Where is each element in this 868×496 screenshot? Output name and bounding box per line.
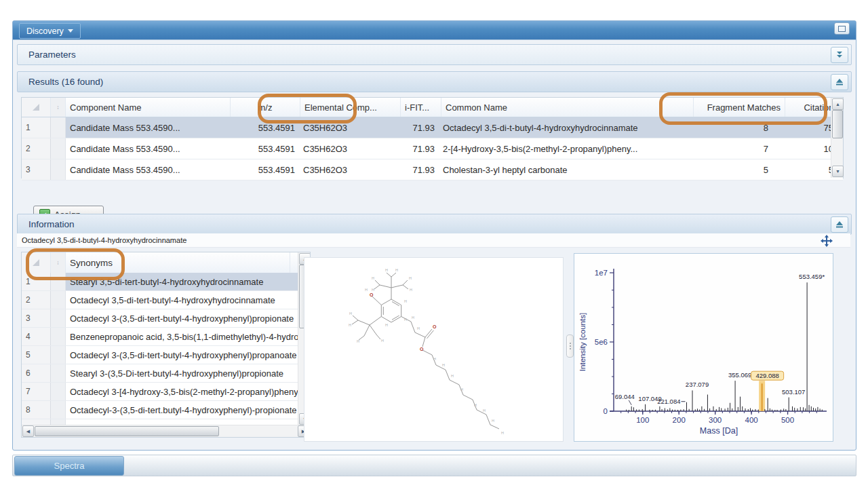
svg-text:355.069: 355.069	[728, 371, 751, 379]
svg-text:5e6: 5e6	[595, 338, 608, 346]
list-item[interactable]: 7Octadecyl 3-[4-hydroxy-3,5-bis(2-methyl…	[22, 383, 298, 401]
cell-common: Cholestan-3-yl heptyl carbonate	[439, 159, 682, 180]
col-header-ifit[interactable]: i-FIT...	[401, 98, 441, 117]
svg-text:H: H	[395, 268, 398, 272]
col-header-synonyms[interactable]: Synonyms	[66, 252, 290, 273]
svg-text:Mass [Da]: Mass [Da]	[700, 426, 738, 436]
results-vertical-scrollbar[interactable]: ▲ ▼	[831, 98, 843, 178]
svg-text:H: H	[381, 339, 384, 343]
svg-text:H: H	[409, 276, 412, 280]
synonym-text: Octadecyl 3-(3,5-di-tert-butyl-4-hydroxy…	[66, 309, 298, 327]
eject-icon	[835, 221, 844, 228]
list-item[interactable]: 8Octadecyl-3-(3,5-di-tert.butyl-4-hydrox…	[22, 401, 298, 419]
synonym-text: Stearyl 3-(3,5-Di-tert-butyl-4-hydroxyph…	[66, 364, 298, 382]
column-handle[interactable]: ⁞	[51, 98, 66, 117]
discovery-window: Discovery Parameters Results (16 found)	[12, 20, 856, 451]
move-cross-icon[interactable]	[821, 235, 833, 247]
discovery-app: Discovery Parameters Results (16 found)	[0, 0, 868, 496]
scrollbar-thumb[interactable]	[35, 426, 219, 436]
cell-fragment-matches: 8	[682, 117, 781, 138]
list-item[interactable]: 4Benzenepropanoic acid, 3,5-bis(1,1-dime…	[22, 328, 298, 346]
discovery-menu-button[interactable]: Discovery	[19, 23, 81, 39]
svg-text:200: 200	[673, 416, 686, 424]
spectra-tab-label: Spectra	[54, 461, 85, 471]
scroll-up-button[interactable]: ▲	[832, 98, 844, 110]
svg-text:H: H	[483, 408, 486, 413]
col-header-mz[interactable]: m/z	[231, 98, 300, 117]
cell-common: Octadecyl 3,5-di-t-butyl-4-hydroxyhydroc…	[439, 117, 682, 138]
svg-text:O: O	[420, 347, 424, 351]
spectrum-panel: 05e61e7100200300400500Mass [Da]Intensity…	[574, 253, 833, 442]
svg-text:H: H	[372, 276, 374, 280]
row-handle	[51, 138, 66, 159]
svg-text:H: H	[433, 357, 436, 361]
cell-mz: 553.4591	[230, 159, 299, 180]
svg-text:503.107: 503.107	[782, 388, 805, 396]
collapse-information-button[interactable]	[831, 216, 848, 233]
results-title: Results (16 found)	[28, 77, 103, 87]
cell-ifit: 71.93	[399, 117, 439, 138]
list-item[interactable]: 1Stearyl 3,5-di-tert-butyl-4-hydroxyhydr…	[22, 273, 298, 291]
scroll-down-button[interactable]: ▼	[832, 166, 844, 177]
synonym-text: Octadecyl 3-[4-hydroxy-3,5-bis(2-methyl-…	[66, 383, 298, 400]
svg-text:H: H	[410, 288, 412, 292]
svg-text:69.044: 69.044	[615, 393, 635, 400]
chevron-down-icon	[68, 29, 73, 33]
select-all-corner[interactable]	[22, 252, 51, 273]
cell-elemental: C35H62O3	[299, 159, 399, 180]
parameters-panel-header[interactable]: Parameters	[17, 44, 852, 65]
svg-text:H: H	[349, 323, 351, 327]
synonym-text: Octadecyl-3-(3,5-di-tert.butyl-4-hydroxy…	[66, 401, 298, 419]
synonym-text: Stearyl 3,5-di-tert-butyl-4-hydroxyhydro…	[66, 273, 298, 290]
table-row[interactable]: 1 Candidate Mass 553.4590... 553.4591 C3…	[22, 117, 843, 138]
svg-text:H: H	[365, 288, 368, 292]
column-handle[interactable]: ⁞	[51, 252, 66, 273]
svg-text:Intensity [counts]: Intensity [counts]	[578, 313, 587, 371]
chart-splitter-handle[interactable]	[566, 335, 574, 358]
expand-parameters-button[interactable]	[831, 47, 848, 63]
table-row[interactable]: 3 Candidate Mass 553.4590... 553.4591 C3…	[22, 159, 843, 180]
synonyms-horizontal-scrollbar[interactable]: ◀ ▶	[22, 425, 310, 437]
compound-name-bar: Octadecyl 3,5-di-t-butyl-4-hydroxyhydroc…	[17, 233, 850, 248]
svg-text:H: H	[385, 268, 388, 272]
results-panel-header[interactable]: Results (16 found)	[17, 71, 852, 92]
mass-spectrum-chart[interactable]: 05e61e7100200300400500Mass [Da]Intensity…	[574, 254, 833, 441]
list-item[interactable]: 6Stearyl 3-(3,5-Di-tert-butyl-4-hydroxyp…	[22, 364, 298, 383]
col-header-elemental-comp[interactable]: Elemental Comp...	[300, 98, 401, 117]
col-header-component-name[interactable]: Component Name	[66, 98, 231, 117]
row-number: 3	[22, 159, 51, 180]
row-handle	[51, 117, 66, 138]
cell-fragment-matches: 5	[682, 159, 781, 180]
list-item[interactable]: 5Octadecyl 3-(3,5-di-tert-butyl-4-hydrox…	[22, 346, 298, 364]
scrollbar-thumb[interactable]	[832, 110, 843, 138]
information-panel-header[interactable]: Information	[17, 214, 852, 235]
svg-text:H: H	[412, 316, 414, 320]
compound-name: Octadecyl 3,5-di-t-butyl-4-hydroxyhydroc…	[22, 236, 186, 244]
parameters-title: Parameters	[28, 50, 76, 60]
list-item[interactable]: 3Octadecyl 3-(3,5-di-tert-butyl-4-hydrox…	[22, 309, 298, 328]
svg-text:H: H	[492, 419, 494, 423]
svg-text:500: 500	[781, 416, 794, 424]
col-header-fragment-matches[interactable]: Fragment Matches	[694, 98, 785, 117]
results-table-header: ⁞ Component Name m/z Elemental Comp... i…	[22, 98, 843, 117]
collapse-results-button[interactable]	[831, 74, 848, 90]
svg-text:H: H	[442, 363, 445, 367]
cell-component: Candidate Mass 553.4590...	[66, 159, 230, 180]
synonym-text: Octadecyl 3-(3,5-di-tert-butyl-4-hydroxy…	[66, 346, 298, 364]
list-item[interactable]: 2Octadecyl 3,5-di-tert-butyl-4-hydroxyhy…	[22, 291, 298, 309]
select-all-corner[interactable]	[22, 98, 51, 117]
corner-triangle-icon	[32, 259, 40, 267]
scroll-left-button[interactable]: ◀	[22, 425, 34, 437]
svg-text:H: H	[404, 299, 407, 303]
table-row[interactable]: 2 Candidate Mass 553.4590... 553.4591 C3…	[22, 138, 843, 159]
svg-text:237.079: 237.079	[686, 381, 709, 388]
tab-spectra[interactable]: Spectra	[14, 456, 124, 476]
window-restore-button[interactable]	[834, 22, 850, 35]
row-handle	[51, 159, 66, 180]
synonyms-header-row: ⁞ Synonyms	[22, 252, 310, 273]
svg-text:221.084: 221.084	[657, 398, 680, 405]
svg-text:H: H	[404, 318, 407, 322]
svg-text:100: 100	[636, 416, 649, 424]
col-header-common-name[interactable]: Common Name	[441, 98, 694, 117]
synonym-text: Octadecyl 3,5-di-tert-butyl-4-hydroxyhyd…	[66, 291, 298, 309]
